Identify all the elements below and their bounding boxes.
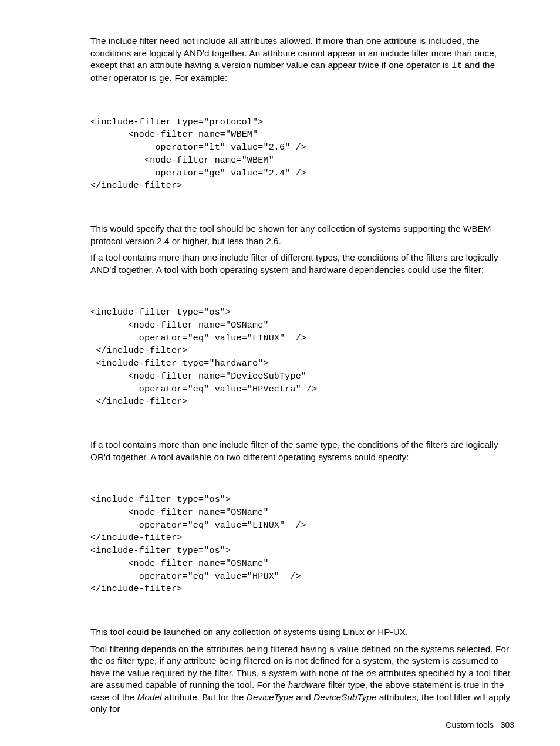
text: The include filter need not include all … [90, 36, 497, 70]
paragraph-2: This would specify that the tool should … [90, 223, 514, 247]
italic-os: os [106, 656, 115, 666]
text: and [294, 692, 313, 702]
text: attribute. But for the [162, 692, 247, 702]
code-block-1: <include-filter type="protocol"> <node-f… [90, 116, 514, 193]
italic-hardware: hardware [288, 680, 326, 690]
page-footer: Custom tools 303 [446, 720, 514, 730]
text: . For example: [170, 73, 227, 83]
code-block-2: <include-filter type="os"> <node-filter … [90, 306, 514, 409]
document-page: The include filter need not include all … [0, 0, 560, 746]
italic-model: Model [137, 692, 162, 702]
paragraph-6: Tool filtering depends on the attributes… [90, 643, 514, 715]
footer-section-label: Custom tools [446, 720, 494, 730]
paragraph-5: This tool could be launched on any colle… [90, 626, 514, 639]
paragraph-4: If a tool contains more than one include… [90, 439, 514, 463]
italic-devicesubtype: DeviceSubType [313, 692, 376, 702]
paragraph-1: The include filter need not include all … [90, 35, 514, 86]
paragraph-3: If a tool contains more than one include… [90, 252, 514, 276]
code-block-3: <include-filter type="os"> <node-filter … [90, 494, 514, 596]
italic-os: os [366, 668, 376, 678]
italic-devicetype: DeviceType [247, 692, 294, 702]
inline-code-ge: ge [159, 74, 170, 84]
inline-code-lt: lt [451, 61, 462, 71]
footer-page-number: 303 [501, 720, 514, 730]
